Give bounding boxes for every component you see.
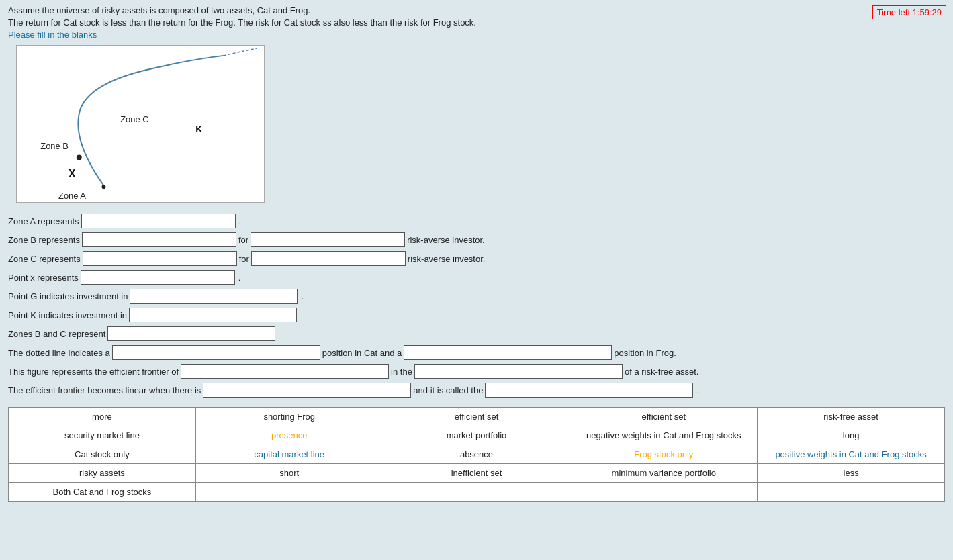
point-k-input[interactable] — [129, 308, 297, 322]
answer-bank-cell[interactable]: negative weights in Cat and Frog stocks — [570, 426, 758, 445]
answer-bank-cell[interactable] — [570, 483, 758, 502]
point-g-input[interactable] — [130, 289, 298, 304]
zone-b-label: Zone B represents — [8, 235, 80, 245]
point-x-label: Point x represents — [8, 273, 79, 283]
dotted-line-mid: position in Cat and a — [322, 348, 402, 358]
answer-bank-cell[interactable]: capital market line — [195, 445, 383, 464]
svg-text:K: K — [195, 124, 202, 134]
efficient-frontier-input1[interactable] — [181, 364, 389, 379]
zone-c-row: Zone C represents for risk-averse invest… — [8, 251, 945, 266]
point-g-period: . — [301, 291, 304, 301]
dotted-line-label: The dotted line indicates a — [8, 348, 110, 358]
timer: Time left 1:59:29 — [872, 5, 946, 19]
intro-line1: Assume the universe of risky assets is c… — [8, 5, 945, 15]
linear-period: . — [696, 385, 699, 395]
zone-a-row: Zone A represents . — [8, 214, 945, 228]
point-x-input[interactable] — [81, 270, 235, 285]
answer-bank-cell[interactable]: inefficient set — [383, 464, 570, 483]
chart-diagram: Zone A Zone B Zone C X K G — [16, 45, 265, 203]
answer-bank-cell[interactable]: absence — [383, 445, 570, 464]
point-g-label: Point G indicates investment in — [8, 291, 128, 301]
efficient-frontier-input2[interactable] — [414, 364, 623, 379]
answer-bank-cell[interactable]: less — [758, 464, 945, 483]
svg-point-7 — [77, 155, 82, 160]
point-k-row: Point K indicates investment in — [8, 308, 945, 322]
zone-b-suffix: risk-averse investor. — [407, 235, 485, 245]
point-g-row: Point G indicates investment in . — [8, 289, 945, 304]
answer-bank-cell[interactable] — [383, 483, 570, 502]
efficient-frontier-row: This figure represents the efficient fro… — [8, 364, 945, 379]
zone-b-input2[interactable] — [251, 232, 405, 247]
point-x-period: . — [238, 273, 241, 283]
answer-bank-cell[interactable]: security market line — [9, 426, 196, 445]
zone-c-label: Zone C represents — [8, 254, 81, 264]
answer-bank-cell[interactable]: more — [9, 408, 196, 426]
zones-bc-label: Zones B and C represent — [8, 329, 105, 339]
intro-line2: The return for Cat stock is less than th… — [8, 17, 945, 28]
efficient-frontier-mid: in the — [391, 367, 412, 377]
answer-bank-cell[interactable]: efficient set — [570, 408, 758, 426]
answer-bank-cell[interactable]: short — [195, 464, 383, 483]
svg-text:Zone C: Zone C — [120, 114, 148, 124]
svg-point-6 — [101, 185, 105, 189]
form-area: Zone A represents . Zone B represents fo… — [8, 214, 945, 398]
efficient-frontier-suffix: of a risk-free asset. — [625, 367, 699, 377]
fill-prompt: Please fill in the blanks — [8, 30, 945, 40]
answer-bank-cell[interactable]: risky assets — [9, 464, 196, 483]
zone-a-label: Zone A represents — [8, 216, 79, 226]
answer-bank-cell[interactable]: Both Cat and Frog stocks — [9, 483, 196, 502]
svg-text:X: X — [69, 168, 76, 179]
svg-text:Zone B: Zone B — [40, 141, 69, 151]
svg-text:Zone A: Zone A — [58, 191, 86, 201]
zone-b-input1[interactable] — [82, 232, 236, 247]
answer-bank-cell[interactable]: risk-free asset — [758, 408, 945, 426]
zones-bc-row: Zones B and C represent — [8, 326, 945, 341]
dotted-line-row: The dotted line indicates a position in … — [8, 345, 945, 360]
linear-row: The efficient frontier becomes linear wh… — [8, 383, 945, 398]
dotted-line-input2[interactable] — [404, 345, 612, 360]
linear-mid: and it is called the — [413, 385, 483, 395]
answer-bank-cell[interactable]: minimum variance portfolio — [570, 464, 758, 483]
efficient-frontier-label: This figure represents the efficient fro… — [8, 367, 179, 377]
answer-bank: moreshorting Frogefficient setefficient … — [8, 407, 945, 502]
zone-b-for: for — [238, 235, 248, 245]
linear-input2[interactable] — [485, 383, 693, 398]
point-k-label: Point K indicates investment in — [8, 310, 127, 320]
point-x-row: Point x represents . — [8, 270, 945, 285]
answer-bank-cell[interactable]: market portfolio — [383, 426, 570, 445]
answer-bank-cell[interactable]: Frog stock only — [570, 445, 758, 464]
answer-bank-cell[interactable]: efficient set — [383, 408, 570, 426]
answer-bank-cell[interactable]: presence — [195, 426, 383, 445]
zone-a-input[interactable] — [81, 214, 236, 228]
answer-bank-cell[interactable]: long — [758, 426, 945, 445]
answer-bank-cell[interactable] — [195, 483, 383, 502]
answer-bank-cell[interactable] — [758, 483, 945, 502]
zones-bc-input[interactable] — [107, 326, 275, 341]
answer-bank-cell[interactable]: positive weights in Cat and Frog stocks — [758, 445, 945, 464]
linear-label: The efficient frontier becomes linear wh… — [8, 385, 201, 395]
zone-c-input2[interactable] — [251, 251, 406, 266]
zone-c-input1[interactable] — [83, 251, 237, 266]
zone-c-for: for — [239, 254, 249, 264]
dotted-line-suffix: position in Frog. — [614, 348, 676, 358]
answer-bank-cell[interactable]: Cat stock only — [9, 445, 196, 464]
intro-section: Assume the universe of risky assets is c… — [8, 5, 945, 28]
zone-b-row: Zone B represents for risk-averse invest… — [8, 232, 945, 247]
answer-bank-cell[interactable]: shorting Frog — [195, 408, 383, 426]
dotted-line-input1[interactable] — [112, 345, 320, 360]
zone-a-period: . — [239, 216, 242, 226]
linear-input1[interactable] — [203, 383, 411, 398]
zone-c-suffix: risk-averse investor. — [408, 254, 486, 264]
